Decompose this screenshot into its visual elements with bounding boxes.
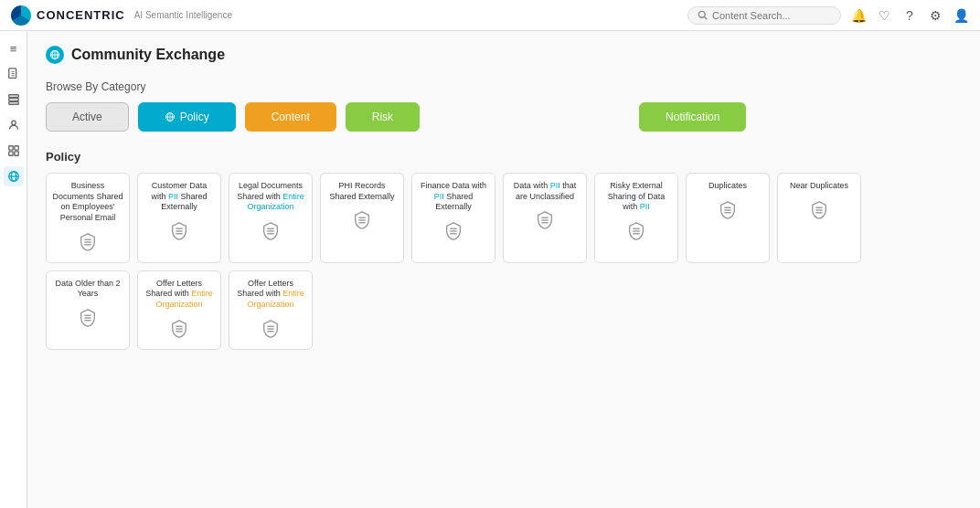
policy-card-risky-external[interactable]: Risky External Sharing of Data with PII xyxy=(594,173,678,263)
svg-rect-8 xyxy=(8,102,18,105)
policy-card-label: Legal Documents Shared with Entire Organ… xyxy=(235,181,306,213)
policy-card-data-pii-unclassified[interactable]: Data with PII that are Unclassified xyxy=(503,173,587,263)
policy-card-business-docs[interactable]: Business Documents Shared on Employees' … xyxy=(46,173,130,263)
policy-card-offer-letters-1[interactable]: Offer Letters Shared with Entire Organiz… xyxy=(137,270,221,350)
policy-card-duplicates[interactable]: Duplicates xyxy=(686,173,770,263)
bell-icon[interactable]: 🔔 xyxy=(850,7,867,24)
shield-icon xyxy=(806,197,832,223)
policy-card-finance-pii[interactable]: Finance Data with PII Shared Externally xyxy=(411,173,495,263)
sidebar-item-menu[interactable]: ≡ xyxy=(4,38,24,58)
policy-card-phi-records[interactable]: PHI Records Shared Externally xyxy=(320,173,404,263)
policy-card-near-duplicates[interactable]: Near Duplicates xyxy=(777,173,861,263)
settings-icon[interactable]: ⚙ xyxy=(927,7,943,24)
category-active-button[interactable]: Active xyxy=(46,102,129,132)
search-input[interactable] xyxy=(712,10,831,21)
heart-icon[interactable]: ♡ xyxy=(876,7,892,24)
shield-icon xyxy=(258,218,283,244)
policy-card-label: Business Documents Shared on Employees' … xyxy=(52,181,123,224)
search-icon xyxy=(698,10,708,20)
shield-icon xyxy=(623,218,649,244)
policy-card-label: Offer Letters Shared with Entire Organiz… xyxy=(144,279,215,311)
policy-card-label: Duplicates xyxy=(708,181,747,192)
svg-rect-7 xyxy=(8,99,18,101)
svg-rect-13 xyxy=(14,152,17,155)
shield-icon xyxy=(75,305,101,331)
user-icon[interactable]: 👤 xyxy=(953,7,969,24)
sidebar-item-grid[interactable] xyxy=(4,141,24,161)
category-notification-button[interactable]: Notification xyxy=(639,102,746,132)
category-risk-button[interactable]: Risk xyxy=(346,102,420,132)
page-header-icon xyxy=(46,46,64,64)
topnav-right: 🔔 ♡ ? ⚙ 👤 xyxy=(687,6,969,25)
page-title: Community Exchange xyxy=(71,47,225,63)
sidebar-item-document[interactable] xyxy=(4,64,24,84)
svg-point-9 xyxy=(11,121,15,124)
sidebar-item-layers[interactable] xyxy=(4,90,24,110)
shield-icon xyxy=(715,197,740,223)
shield-icon xyxy=(258,316,283,342)
main-content: Community Exchange Browse By Category Ac… xyxy=(27,31,980,508)
policy-card-offer-letters-2[interactable]: Offer Letters Shared with Entire Organiz… xyxy=(229,270,313,350)
policy-card-label: PHI Records Shared Externally xyxy=(326,181,398,202)
shield-icon xyxy=(349,207,375,233)
policy-card-customer-pii[interactable]: Customer Data with PII Shared Externally xyxy=(137,173,221,263)
policy-card-label: Data with PII that are Unclassified xyxy=(509,181,581,202)
logo-area: CONCENTRIC AI Semantic Intelligence xyxy=(11,5,232,26)
shield-icon xyxy=(166,316,192,342)
policy-card-label: Risky External Sharing of Data with PII xyxy=(601,181,672,213)
logo-icon xyxy=(11,5,31,26)
policy-card-label: Finance Data with PII Shared Externally xyxy=(418,181,489,213)
app-title: CONCENTRIC xyxy=(37,8,125,22)
help-icon[interactable]: ? xyxy=(901,7,918,24)
app-subtitle: AI Semantic Intelligence xyxy=(134,10,232,20)
top-navigation: CONCENTRIC AI Semantic Intelligence 🔔 ♡ … xyxy=(0,0,980,31)
browse-label: Browse By Category xyxy=(46,80,962,93)
policy-card-label: Customer Data with PII Shared Externally xyxy=(144,181,215,213)
svg-line-1 xyxy=(705,17,708,20)
sidebar: ≡ xyxy=(0,31,27,508)
category-policy-button[interactable]: Policy xyxy=(138,102,236,132)
page-header: Community Exchange xyxy=(46,46,962,64)
category-content-button[interactable]: Content xyxy=(245,102,336,132)
svg-rect-12 xyxy=(8,152,12,155)
shield-icon xyxy=(441,218,466,244)
shield-icon xyxy=(166,218,192,244)
policy-card-label: Data Older than 2 Years xyxy=(52,279,123,300)
sidebar-item-community[interactable] xyxy=(4,166,24,186)
sidebar-item-people[interactable] xyxy=(4,115,24,135)
main-layout: ≡ Community Exchange Browse By Category xyxy=(0,31,980,508)
policy-card-label: Near Duplicates xyxy=(790,181,848,192)
shield-icon xyxy=(75,229,101,255)
svg-rect-10 xyxy=(8,146,12,150)
policy-section-title: Policy xyxy=(46,150,962,164)
search-bar[interactable] xyxy=(687,6,841,25)
svg-rect-11 xyxy=(14,146,17,150)
policy-grid-row2: Data Older than 2 Years Offer Letters Sh… xyxy=(46,270,962,350)
policy-grid: Business Documents Shared on Employees' … xyxy=(46,173,962,263)
svg-point-0 xyxy=(698,11,705,17)
category-buttons: Active Policy Content Risk Notification xyxy=(46,102,962,132)
svg-rect-6 xyxy=(8,95,18,98)
policy-card-legal-entire[interactable]: Legal Documents Shared with Entire Organ… xyxy=(229,173,313,263)
shield-icon xyxy=(532,207,558,233)
policy-card-data-older[interactable]: Data Older than 2 Years xyxy=(46,270,130,350)
policy-card-label: Offer Letters Shared with Entire Organiz… xyxy=(235,279,306,311)
